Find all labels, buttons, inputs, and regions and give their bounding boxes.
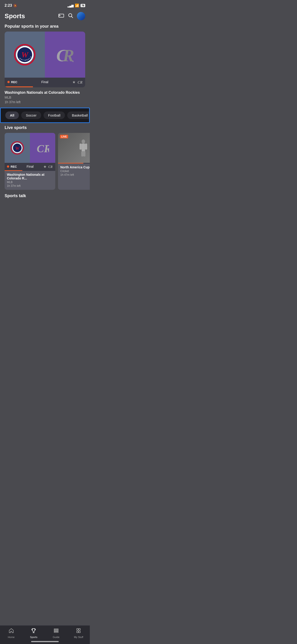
featured-card-footer: REC Final ★ CR	[4, 78, 85, 86]
page-header: Sports	[0, 10, 90, 24]
signal-icon: ▂▄▆	[68, 4, 74, 7]
popular-section-title: Popular sports in your area	[0, 24, 90, 32]
live-away-logo: CR	[48, 164, 53, 169]
live-favorite-icon[interactable]: ★	[43, 164, 46, 169]
svg-rect-23	[85, 144, 87, 150]
live-card-mlb[interactable]: W CR REC Final	[4, 133, 55, 190]
rockies-logo: C R ™	[55, 44, 76, 65]
wifi-icon: 📶	[75, 4, 79, 8]
live-sports-section: Live sports W	[0, 125, 90, 194]
live-card-mlb-footer: REC Final ★ CR	[4, 163, 55, 170]
svg-text:W: W	[15, 146, 20, 151]
svg-line-3	[72, 16, 73, 18]
live-card-actions: ★ CR	[43, 164, 53, 169]
svg-rect-22	[80, 144, 82, 150]
rec-badge: REC	[7, 80, 17, 84]
featured-card-image: W WASHINGTON NATIONALS	[4, 32, 85, 78]
live-section-title: Live sports	[0, 125, 90, 133]
live-rec-dot	[7, 166, 9, 168]
search-icon[interactable]	[68, 13, 73, 20]
card-actions: ★ CR	[72, 80, 82, 84]
progress-bar-container	[4, 86, 85, 87]
live-cards-row: W CR REC Final	[0, 133, 90, 190]
live-card-mlb-image: W CR	[4, 133, 55, 163]
popular-section: Popular sports in your area	[0, 24, 90, 105]
filter-football[interactable]: Football	[44, 112, 65, 119]
battery-indicator: 78	[80, 4, 85, 7]
status-icons: ▂▄▆ 📶 78	[68, 4, 85, 8]
game-league: MLB	[4, 96, 85, 99]
nationals-logo: W WASHINGTON NATIONALS	[13, 43, 36, 66]
svg-rect-25	[83, 151, 86, 156]
svg-rect-24	[81, 151, 83, 156]
cricket-league: Cricket	[60, 170, 90, 173]
away-team-half: C R ™	[45, 32, 85, 78]
svg-rect-21	[82, 144, 85, 151]
game-time-left: 1h 37m left	[4, 100, 85, 104]
favorite-icon[interactable]: ★	[72, 80, 76, 84]
live-rec-badge: REC	[7, 165, 17, 168]
home-team-half: W WASHINGTON NATIONALS	[4, 32, 45, 78]
cast-icon[interactable]	[58, 13, 64, 20]
live-card-title: Washington Nationals at Colorado R...	[7, 173, 53, 180]
svg-text:CR: CR	[48, 165, 53, 168]
live-card-time: 1h 37m left	[7, 184, 53, 188]
main-content: Popular sports in your area	[0, 24, 90, 224]
featured-card-info: Washington Nationals at Colorado Rockies…	[0, 88, 90, 105]
svg-point-20	[82, 139, 85, 144]
user-avatar[interactable]	[77, 12, 85, 20]
filter-soccer[interactable]: Soccer	[21, 112, 41, 119]
away-team-small-logo: CR	[77, 80, 82, 84]
page-title: Sports	[4, 12, 25, 20]
live-card-cricket-info: North America Cup: Cricket 1h 47m left	[58, 164, 90, 179]
live-card-mlb-info: Washington Nationals at Colorado R... ML…	[4, 171, 55, 190]
live-card-league: MLB	[7, 180, 53, 184]
bell-muted-icon: 🔕	[13, 4, 17, 7]
rec-text: REC	[11, 80, 17, 84]
filter-basketball[interactable]: Basketball	[67, 112, 90, 119]
sports-talk-title: Sports talk	[0, 194, 90, 201]
live-card-cricket[interactable]: LIVE CR	[58, 133, 90, 190]
live-game-status: Final	[27, 165, 34, 168]
svg-text:™: ™	[72, 61, 74, 63]
live-card-cricket-image: LIVE CR	[58, 133, 90, 163]
live-rec-text: REC	[10, 165, 17, 168]
svg-text:CR: CR	[78, 80, 82, 84]
status-time: 2:23	[4, 4, 12, 8]
svg-point-1	[58, 16, 59, 17]
header-actions	[58, 12, 85, 20]
sport-filter-bar: All Soccer Football Basketball Hockey	[0, 108, 90, 123]
game-title: Washington Nationals at Colorado Rockies	[4, 90, 85, 95]
svg-text:W: W	[21, 50, 29, 59]
rec-dot	[7, 81, 10, 83]
cricket-time: 1h 47m left	[60, 173, 90, 176]
svg-text:CR: CR	[36, 142, 49, 154]
featured-game-card[interactable]: W WASHINGTON NATIONALS	[4, 32, 85, 87]
sports-talk-section: Sports talk	[0, 194, 90, 201]
game-status: Final	[42, 80, 48, 84]
filter-all[interactable]: All	[5, 112, 19, 119]
cricket-title: North America Cup:	[60, 166, 90, 169]
status-bar: 2:23 🔕 ▂▄▆ 📶 78	[0, 0, 90, 10]
progress-bar	[4, 86, 33, 87]
